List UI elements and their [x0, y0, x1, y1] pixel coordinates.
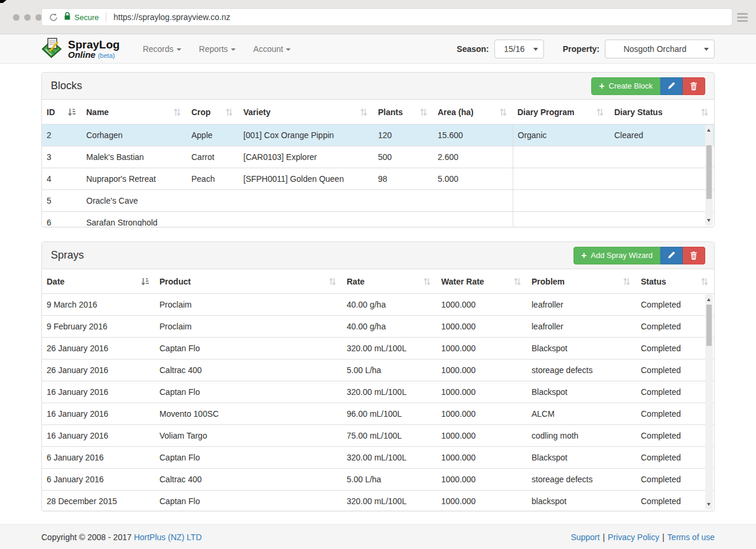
column-label: Area (ha) [438, 107, 474, 117]
cell-variety [239, 212, 373, 227]
sprays-table-body: 9 March 2016Proclaim40.00 g/ha1000.000le… [42, 294, 714, 510]
plus-icon: + [581, 251, 586, 260]
season-select[interactable]: 15/16 [494, 40, 544, 58]
scroll-up-arrow[interactable] [707, 298, 711, 301]
plus-icon: + [599, 81, 604, 91]
cell-problem: Blackspot [527, 447, 636, 469]
cell-problem: codling moth [527, 425, 636, 447]
delete-spray-button[interactable] [683, 247, 705, 264]
cell-diary-status [610, 168, 714, 190]
column-header-crop[interactable]: Crop [187, 100, 239, 125]
table-row[interactable]: 16 January 2016Voliam Targo75.00 mL/100L… [42, 425, 714, 447]
add-spray-wizard-button[interactable]: + Add Spray Wizard [573, 247, 660, 264]
cell-problem: blackspot [527, 491, 636, 511]
cell-rate: 75.00 mL/100L [342, 425, 436, 447]
column-header-diary-status[interactable]: Diary Status [610, 100, 714, 125]
table-row[interactable]: 16 January 2016Captan Flo320.00 mL/100L1… [42, 381, 714, 403]
create-block-button[interactable]: + Create Block [591, 77, 660, 95]
table-row[interactable]: 2CorhagenApple[001] Cox Orange Pippin120… [42, 125, 714, 146]
edit-block-button[interactable] [660, 77, 683, 95]
table-row[interactable]: 5Oracle's Cave [42, 190, 714, 212]
cell-diary-program [513, 212, 610, 227]
delete-block-button[interactable] [683, 77, 705, 95]
cell-date: 16 January 2016 [42, 403, 155, 425]
table-row[interactable]: 16 January 2016Movento 100SC96.00 mL/100… [42, 403, 714, 425]
column-header-status[interactable]: Status [636, 269, 714, 294]
cell-area-ha: 15.600 [433, 125, 513, 146]
brand-title: SprayLog [68, 39, 120, 50]
pencil-icon [667, 251, 675, 259]
cell-rate: 320.00 mL/100L [342, 447, 436, 469]
cell-rate: 40.00 g/ha [342, 294, 436, 316]
window-close-button[interactable] [13, 14, 19, 21]
season-label: Season: [457, 44, 488, 54]
column-header-diary-program[interactable]: Diary Program [513, 100, 610, 125]
sort-active-icon [68, 108, 76, 116]
table-row[interactable]: 3Malek's BastianCarrot[CAR0103] Explorer… [42, 146, 714, 168]
sort-icon [329, 277, 336, 286]
reload-icon[interactable] [49, 13, 58, 22]
edit-spray-button[interactable] [660, 247, 683, 264]
sprays-scrollbar[interactable] [705, 295, 713, 509]
column-label: Crop [191, 107, 211, 117]
table-row[interactable]: 6 January 2016Caltrac 4005.00 L/ha1000.0… [42, 469, 714, 491]
scrollbar-thumb[interactable] [706, 145, 712, 199]
company-link[interactable]: HortPlus (NZ) LTD [134, 532, 202, 542]
menu-item-records[interactable]: Records [134, 34, 190, 64]
cell-name: Nuprapor's Retreat [82, 168, 187, 190]
support-link[interactable]: Support [571, 532, 599, 542]
main-menu: Records Reports Account [134, 34, 300, 64]
column-header-product[interactable]: Product [155, 269, 342, 294]
scroll-down-arrow[interactable] [707, 219, 711, 222]
cell-area-ha: 2.600 [433, 146, 513, 168]
url-text[interactable]: https://spraylog.sprayview.co.nz [113, 12, 230, 22]
sort-icon [701, 108, 708, 116]
column-header-name[interactable]: Name [82, 100, 187, 125]
column-header-plants[interactable]: Plants [373, 100, 433, 125]
lock-icon[interactable] [64, 12, 71, 23]
browser-chrome: Secure https://spraylog.sprayview.co.nz [0, 0, 756, 34]
cell-crop: Apple [187, 125, 239, 146]
browser-menu-icon[interactable] [737, 13, 748, 22]
table-row[interactable]: 4Nuprapor's RetreatPeach[SFPH0011] Golde… [42, 168, 714, 190]
cell-product: Captan Flo [155, 381, 342, 403]
column-header-id[interactable]: ID [42, 100, 82, 125]
cell-product: Captan Flo [155, 491, 342, 511]
table-row[interactable]: 28 December 2015Captan Flo320.00 mL/100L… [42, 491, 714, 511]
screenshot-corner-artifact [0, 0, 6, 3]
column-header-rate[interactable]: Rate [342, 269, 436, 294]
table-row[interactable]: 6Sarafan Stronghold [42, 212, 714, 227]
address-bar[interactable]: Secure https://spraylog.sprayview.co.nz [41, 8, 732, 26]
terms-of-use-link[interactable]: Terms of use [667, 532, 715, 542]
scroll-up-arrow[interactable] [707, 129, 711, 132]
cell-date: 6 January 2016 [42, 447, 155, 469]
cell-rate: 320.00 mL/100L [342, 338, 436, 360]
select-arrow-icon [704, 48, 709, 51]
window-minimize-button[interactable] [24, 14, 31, 21]
column-header-problem[interactable]: Problem [527, 269, 636, 294]
sort-icon [360, 108, 367, 116]
column-header-date[interactable]: Date [42, 269, 155, 294]
scroll-down-arrow[interactable] [707, 503, 711, 506]
property-select[interactable]: Nosgoth Orchard [605, 40, 715, 58]
table-row[interactable]: 6 January 2016Captan Flo320.00 mL/100L10… [42, 447, 714, 469]
table-row[interactable]: 9 March 2016Proclaim40.00 g/ha1000.000le… [42, 294, 714, 316]
privacy-policy-link[interactable]: Privacy Policy [608, 532, 659, 542]
menu-item-reports[interactable]: Reports [190, 34, 245, 64]
column-header-water-rate[interactable]: Water Rate [436, 269, 527, 294]
cell-water-rate: 1000.000 [436, 491, 527, 511]
table-row[interactable]: 26 January 2016Captan Flo320.00 mL/100L1… [42, 338, 714, 360]
brand-logo[interactable]: SprayLog Online(beta) [41, 38, 120, 60]
trash-icon [690, 251, 698, 260]
menu-item-account[interactable]: Account [245, 34, 300, 64]
column-header-area-ha[interactable]: Area (ha) [433, 100, 513, 125]
cell-water-rate: 1000.000 [436, 294, 527, 316]
window-controls[interactable] [13, 14, 42, 21]
table-row[interactable]: 26 January 2016Caltrac 4005.00 L/ha1000.… [42, 360, 714, 381]
table-row[interactable]: 9 February 2016Proclaim40.00 g/ha1000.00… [42, 316, 714, 338]
scrollbar-thumb[interactable] [706, 305, 712, 346]
blocks-scrollbar[interactable] [705, 125, 713, 226]
column-header-variety[interactable]: Variety [239, 100, 373, 125]
cell-diary-program [513, 146, 610, 168]
cell-water-rate: 1000.000 [436, 338, 527, 360]
